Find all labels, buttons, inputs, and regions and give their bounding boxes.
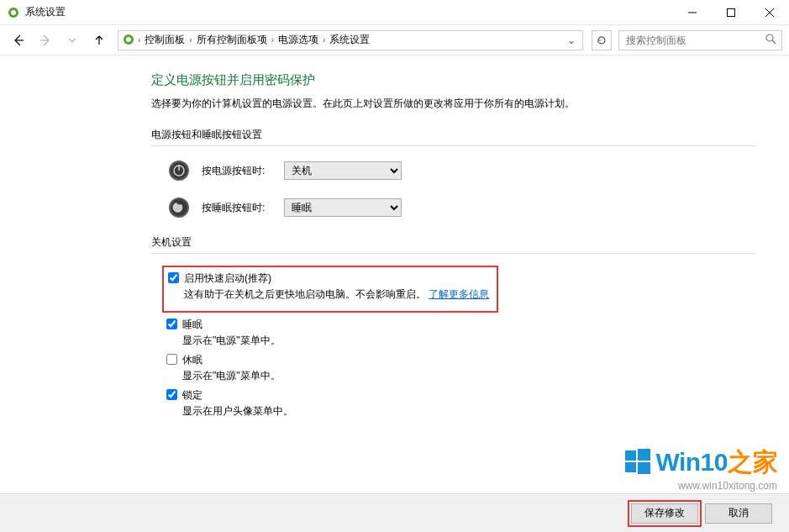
svg-point-9: [126, 37, 131, 42]
fast-startup-option: 启用快速启动(推荐) 这有助于在关机之后更快地启动电脑。不会影响重启。 了解更多…: [168, 271, 490, 302]
learn-more-link[interactable]: 了解更多信息: [429, 288, 489, 300]
power-button-label: 按电源按钮时:: [202, 164, 274, 178]
svg-rect-3: [728, 8, 735, 16]
cancel-button[interactable]: 取消: [705, 503, 772, 524]
title-bar: 系统设置: [0, 0, 789, 25]
content-area: 定义电源按钮并启用密码保护 选择要为你的计算机设置的电源设置。在此页上对设置所做…: [0, 55, 789, 440]
watermark: Win10之家 www.win10xitong.com: [623, 447, 777, 492]
svg-rect-19: [638, 449, 650, 461]
search-box[interactable]: [618, 30, 782, 50]
svg-rect-21: [638, 462, 650, 474]
fast-startup-highlight: 启用快速启动(推荐) 这有助于在关机之后更快地启动电脑。不会影响重启。 了解更多…: [162, 266, 498, 313]
windows-logo-icon: [623, 447, 652, 481]
power-button-row: 按电源按钮时: 关机: [166, 158, 755, 183]
app-icon: [7, 6, 20, 19]
back-button[interactable]: [7, 29, 30, 52]
svg-rect-20: [625, 462, 636, 472]
sleep-label[interactable]: 睡眠: [166, 318, 755, 332]
window-title: 系统设置: [25, 5, 66, 19]
divider: [151, 253, 755, 254]
search-icon[interactable]: [765, 34, 776, 47]
lock-option: 锁定 显示在用户头像菜单中。: [166, 388, 755, 419]
up-button[interactable]: [87, 29, 111, 52]
sleep-desc: 显示在"电源"菜单中。: [182, 334, 755, 348]
sleep-checkbox[interactable]: [166, 319, 177, 329]
hibernate-desc: 显示在"电源"菜单中。: [182, 369, 755, 383]
maximize-button[interactable]: [712, 0, 750, 25]
watermark-url: www.win10xitong.com: [623, 481, 777, 492]
divider: [151, 145, 755, 146]
sleep-button-dropdown[interactable]: 睡眠: [284, 198, 402, 217]
breadcrumb-item[interactable]: 控制面板: [141, 33, 188, 47]
fast-startup-label[interactable]: 启用快速启动(推荐): [168, 271, 490, 286]
breadcrumb-item[interactable]: 电源选项: [275, 33, 322, 47]
sleep-button-row: 按睡眠按钮时: 睡眠: [166, 195, 755, 220]
svg-point-1: [11, 10, 16, 15]
breadcrumb-item[interactable]: 所有控制面板项: [193, 33, 271, 47]
close-button[interactable]: [750, 0, 789, 25]
breadcrumb[interactable]: › 控制面板 › 所有控制面板项 › 电源选项 › 系统设置 ⌄: [118, 30, 583, 50]
svg-point-10: [766, 34, 773, 41]
forward-button[interactable]: [34, 29, 57, 52]
lock-checkbox[interactable]: [166, 389, 177, 400]
svg-rect-18: [625, 450, 636, 461]
hibernate-label[interactable]: 休眠: [166, 353, 755, 367]
page-heading: 定义电源按钮并启用密码保护: [151, 72, 755, 88]
lock-desc: 显示在用户头像菜单中。: [182, 404, 755, 419]
recent-locations-button[interactable]: [60, 29, 84, 52]
sleep-icon: [166, 195, 192, 220]
page-description: 选择要为你的计算机设置的电源设置。在此页上对设置所做的更改将应用于你所有的电源计…: [151, 97, 755, 111]
power-icon: [166, 158, 192, 183]
fast-startup-desc: 这有助于在关机之后更快地启动电脑。不会影响重启。 了解更多信息: [184, 287, 490, 302]
chevron-down-icon[interactable]: ⌄: [567, 34, 579, 46]
save-button[interactable]: 保存修改: [631, 503, 698, 524]
fast-startup-checkbox[interactable]: [168, 272, 179, 283]
refresh-button[interactable]: [592, 30, 612, 50]
sleep-option: 睡眠 显示在"电源"菜单中。: [166, 318, 755, 348]
watermark-brand: Win10之家: [623, 447, 777, 481]
power-button-dropdown[interactable]: 关机: [284, 161, 402, 180]
breadcrumb-item[interactable]: 系统设置: [326, 33, 373, 47]
section-label-buttons: 电源按钮和睡眠按钮设置: [151, 128, 755, 142]
shutdown-options: 启用快速启动(推荐) 这有助于在关机之后更快地启动电脑。不会影响重启。 了解更多…: [166, 266, 755, 419]
search-input[interactable]: [624, 34, 765, 47]
hibernate-checkbox[interactable]: [166, 354, 177, 365]
hibernate-option: 休眠 显示在"电源"菜单中。: [166, 353, 755, 383]
location-icon: [122, 33, 137, 48]
svg-line-11: [772, 40, 776, 44]
minimize-button[interactable]: [673, 0, 712, 25]
nav-bar: › 控制面板 › 所有控制面板项 › 电源选项 › 系统设置 ⌄: [0, 25, 789, 55]
lock-label[interactable]: 锁定: [166, 388, 755, 403]
sleep-button-label: 按睡眠按钮时:: [202, 201, 274, 215]
section-label-shutdown: 关机设置: [151, 235, 755, 250]
footer-bar: 保存修改 取消: [0, 493, 789, 532]
